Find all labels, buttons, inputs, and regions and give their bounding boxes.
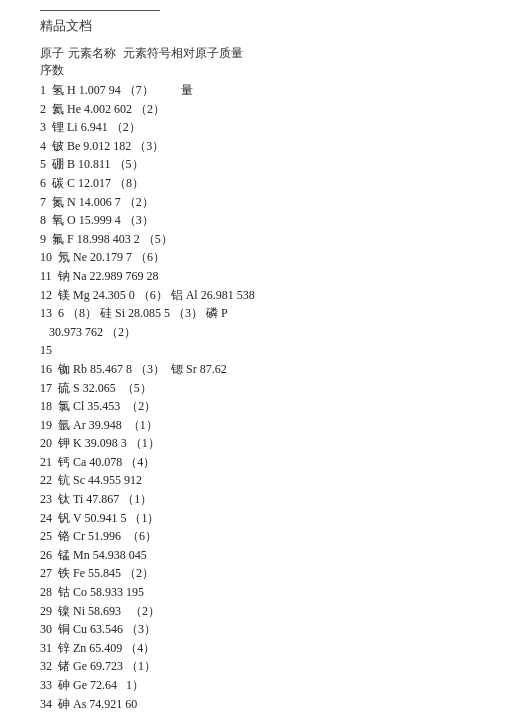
element-row-1: 2 氦 He 4.002 602 （2） [40, 100, 465, 119]
element-row-30: 31 锌 Zn 65.409 （4） [40, 639, 465, 658]
col-header-num: 原子序数 [40, 45, 68, 79]
element-row-17: 18 氯 Cl 35.453 （2） [40, 397, 465, 416]
col-header-name: 元素名称 [68, 45, 123, 79]
element-row-11: 12 镁 Mg 24.305 0 （6） 铝 Al 26.981 538 [40, 286, 465, 305]
element-row-3: 4 铍 Be 9.012 182 （3） [40, 137, 465, 156]
element-row-13: 30.973 762 （2） [40, 323, 465, 342]
element-row-27: 28 钴 Co 58.933 195 [40, 583, 465, 602]
element-row-16: 17 硫 S 32.065 （5） [40, 379, 465, 398]
element-row-12: 13 6 （8） 硅 Si 28.085 5 （3） 磷 P [40, 304, 465, 323]
element-row-19: 20 钾 K 39.098 3 （1） [40, 434, 465, 453]
element-row-32: 33 砷 Ge 72.64 1） [40, 676, 465, 695]
col-header-mass: 相对原子质量 [171, 45, 465, 79]
element-row-14: 15 [40, 341, 465, 360]
element-row-24: 25 铬 Cr 51.996 （6） [40, 527, 465, 546]
header-divider [40, 10, 160, 11]
element-row-33: 34 砷 As 74.921 60 [40, 695, 465, 714]
element-row-25: 26 锰 Mn 54.938 045 [40, 546, 465, 565]
element-row-22: 23 钛 Ti 47.867 （1） [40, 490, 465, 509]
element-row-7: 8 氧 O 15.999 4 （3） [40, 211, 465, 230]
element-row-0: 1 氢 H 1.007 94 （7） 量 [40, 81, 465, 100]
element-row-9: 10 氖 Ne 20.179 7 （6） [40, 248, 465, 267]
element-row-6: 7 氮 N 14.006 7 （2） [40, 193, 465, 212]
element-row-10: 11 钠 Na 22.989 769 28 [40, 267, 465, 286]
doc-title: 精品文档 [40, 17, 465, 35]
element-row-20: 21 钙 Ca 40.078 （4） [40, 453, 465, 472]
element-row-31: 32 锗 Ge 69.723 （1） [40, 657, 465, 676]
element-list: 1 氢 H 1.007 94 （7） 量2 氦 He 4.002 602 （2）… [40, 81, 465, 714]
element-row-15: 16 铷 Rb 85.467 8 （3） 锶 Sr 87.62 [40, 360, 465, 379]
element-row-4: 5 硼 B 10.811 （5） [40, 155, 465, 174]
element-row-5: 6 碳 C 12.017 （8） [40, 174, 465, 193]
table-header-row: 原子序数 元素名称 元素符号 相对原子质量 [40, 45, 465, 79]
element-row-21: 22 钪 Sc 44.955 912 [40, 471, 465, 490]
element-row-18: 19 氩 Ar 39.948 （1） [40, 416, 465, 435]
element-row-29: 30 铜 Cu 63.546 （3） [40, 620, 465, 639]
col-header-sym: 元素符号 [123, 45, 171, 79]
element-row-8: 9 氟 F 18.998 403 2 （5） [40, 230, 465, 249]
element-row-2: 3 锂 Li 6.941 （2） [40, 118, 465, 137]
element-row-28: 29 镍 Ni 58.693 （2） [40, 602, 465, 621]
element-row-26: 27 铁 Fe 55.845 （2） [40, 564, 465, 583]
element-row-23: 24 钒 V 50.941 5 （1） [40, 509, 465, 528]
